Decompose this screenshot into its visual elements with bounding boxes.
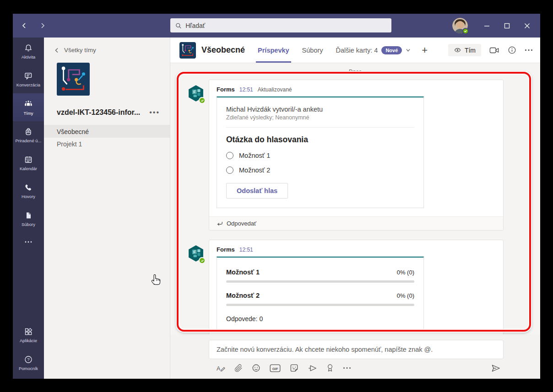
poll-option-1[interactable]: Možnosť 1	[226, 152, 414, 159]
stream-icon	[308, 364, 317, 372]
team-visibility-button[interactable]: Tím	[448, 44, 481, 56]
praise-button[interactable]	[326, 364, 334, 372]
ellipsis-icon	[343, 367, 351, 369]
sidebar-more-button[interactable]	[13, 233, 44, 251]
submit-vote-button[interactable]: Odoslať hlas	[226, 183, 288, 199]
message-edited-label: Aktualizované	[258, 86, 292, 93]
attach-button[interactable]	[234, 364, 243, 372]
message-author: Forms	[217, 86, 235, 93]
forms-poll-card: Michal Hvizdák vytvoril/-a anketu Zdieľa…	[217, 97, 424, 208]
header-more-button[interactable]	[525, 49, 533, 51]
eye-icon	[454, 46, 461, 54]
file-icon	[24, 211, 33, 220]
sticker-button[interactable]	[290, 364, 298, 372]
minimize-icon	[484, 23, 490, 29]
app-rail: Aktivita Konverzácia Tímy Priradené ú...…	[13, 38, 44, 379]
send-icon	[491, 364, 501, 372]
presence-available-icon	[462, 28, 469, 34]
message-poll: F Forms 12:51 Aktualizov	[170, 80, 540, 231]
sidebar-item-files[interactable]: Súbory	[13, 205, 44, 233]
back-button[interactable]	[19, 21, 29, 31]
poll-creator-line: Michal Hvizdák vytvoril/-a anketu	[226, 106, 414, 113]
team-more-button[interactable]: •••	[149, 111, 160, 114]
radio-icon[interactable]	[226, 152, 233, 159]
all-teams-back-link[interactable]: Všetky tímy	[44, 38, 170, 54]
poll-option-2[interactable]: Možnosť 2	[226, 166, 414, 174]
add-tab-button[interactable]: +	[422, 44, 428, 56]
forms-avatar: F	[187, 244, 207, 354]
reply-label: Odpovedať	[227, 220, 256, 227]
search-input[interactable]	[185, 22, 387, 29]
team-visibility-label: Tím	[465, 47, 476, 54]
channel-label: Projekt 1	[57, 140, 82, 148]
emoji-button[interactable]	[252, 364, 260, 372]
sidebar-item-label: Súbory	[22, 222, 35, 227]
sidebar-item-label: Aktivita	[22, 54, 36, 59]
close-icon	[524, 23, 530, 29]
stream-button[interactable]	[308, 364, 317, 372]
calendar-icon	[24, 155, 33, 164]
tab-dalsie-karty[interactable]: Ďalšie karty: 4 Nové	[336, 38, 411, 63]
close-button[interactable]	[519, 18, 535, 33]
result-progress-bar	[226, 304, 414, 306]
sidebar-item-assignments[interactable]: Priradené ú...	[13, 121, 44, 149]
maximize-icon	[504, 23, 510, 29]
sidebar-item-activity[interactable]: Aktivita	[13, 38, 44, 65]
svg-text:A: A	[217, 365, 221, 372]
channel-item-projekt1[interactable]: Projekt 1	[44, 138, 170, 150]
poll-option-label: Možnosť 1	[239, 152, 270, 159]
radio-icon[interactable]	[226, 166, 233, 174]
message-input[interactable]	[209, 346, 503, 353]
bot-check-icon	[199, 97, 206, 104]
tab-subory[interactable]: Súbory	[302, 38, 323, 63]
svg-text:GIF: GIF	[272, 366, 278, 371]
chevron-left-icon	[54, 48, 60, 53]
apps-icon	[24, 327, 33, 336]
user-avatar[interactable]	[452, 18, 468, 33]
ellipsis-icon	[24, 241, 33, 243]
send-button[interactable]	[491, 364, 501, 372]
sidebar-item-calendar[interactable]: Kalendár	[13, 149, 44, 177]
result-value: 0% (0)	[397, 292, 414, 299]
all-teams-label: Všetky tímy	[64, 47, 96, 54]
sidebar-item-apps[interactable]: Aplikácie	[13, 321, 44, 349]
gif-button[interactable]: GIF	[270, 364, 281, 372]
result-value: 0% (0)	[397, 269, 414, 276]
sidebar-item-label: Kalendár	[20, 166, 37, 171]
meet-now-button[interactable]	[489, 46, 499, 54]
chevron-left-icon	[21, 22, 27, 29]
sidebar-item-help[interactable]: ? Pomocník	[13, 349, 44, 377]
sticker-icon	[290, 364, 298, 372]
format-button[interactable]: A	[216, 364, 225, 372]
minimize-button[interactable]	[479, 18, 494, 33]
help-icon: ?	[24, 355, 33, 364]
ellipsis-icon	[525, 49, 533, 51]
sidebar-item-label: Priradené ú...	[15, 138, 41, 143]
tab-prispevky[interactable]: Príspevky	[258, 38, 289, 63]
compose-area: A GIF	[170, 334, 540, 379]
maximize-button[interactable]	[499, 18, 515, 33]
forms-results-card: Možnosť 1 0% (0) Možnosť 2 0% (0)	[217, 257, 424, 332]
channel-item-vseobecne[interactable]: Všeobecné	[44, 125, 170, 138]
forward-button[interactable]	[38, 21, 48, 31]
team-panel: Všetky tímy vzdel-IKT-123456-infor... ••…	[44, 38, 170, 379]
search-box[interactable]	[170, 18, 391, 32]
result-label: Možnosť 1	[226, 268, 260, 276]
compose-more-button[interactable]	[343, 367, 351, 369]
bell-icon	[24, 43, 33, 53]
new-badge: Nové	[381, 46, 402, 54]
channel-label: Všeobecné	[57, 128, 89, 135]
sidebar-item-chat[interactable]: Konverzácia	[13, 65, 44, 93]
date-divider-label: Dnes	[349, 69, 362, 75]
poll-settings-line: Zdieľané výsledky; Neanonymné	[226, 114, 414, 121]
poll-option-label: Možnosť 2	[239, 166, 270, 174]
bot-check-icon	[199, 257, 206, 264]
date-divider: Dnes	[181, 69, 529, 75]
new-conversation-box[interactable]	[209, 340, 504, 359]
channel-info-button[interactable]	[508, 46, 516, 54]
sidebar-item-teams[interactable]: Tímy	[13, 93, 44, 121]
forms-avatar: F	[187, 84, 207, 231]
sidebar-item-calls[interactable]: Hovory	[13, 177, 44, 205]
conversation-pane: Dnes F	[170, 63, 540, 334]
reply-button[interactable]: Odpovedať	[209, 216, 503, 230]
